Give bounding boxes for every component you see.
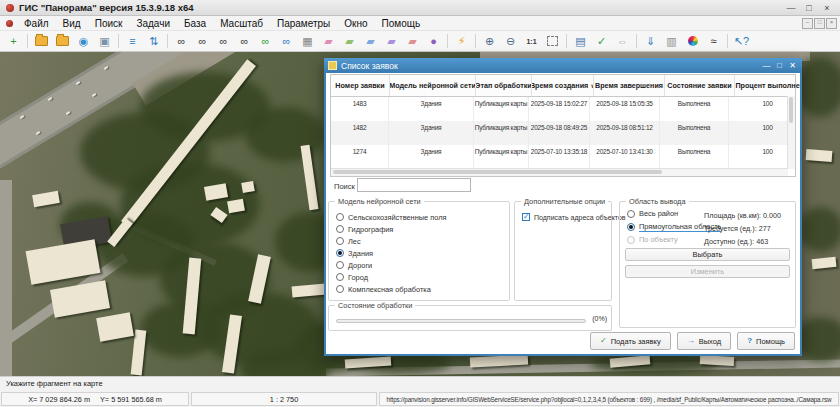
find-object-button[interactable]: ∞ <box>171 33 192 50</box>
find-web-button[interactable]: ∞ <box>276 33 297 50</box>
geoportal-button[interactable]: ◉ <box>73 33 94 50</box>
sphere-button[interactable]: ● <box>423 33 444 50</box>
panorama-button[interactable]: ≈ <box>703 33 724 50</box>
button-label: Выход <box>699 337 721 346</box>
map-sheet-red-button[interactable]: ▰ <box>402 33 423 50</box>
button-check[interactable]: ✓Подать заявку <box>590 332 671 350</box>
table-header-cell[interactable]: Время создания∨ <box>532 75 594 96</box>
zoom-out-button[interactable]: ⊖ <box>500 33 521 50</box>
menu-item-8[interactable]: Окно <box>337 18 374 29</box>
sign-addresses-checkbox-row[interactable]: Подписать адреса объектов <box>515 211 611 223</box>
radio-selected-option[interactable]: Здания <box>329 247 509 259</box>
table-header-cell[interactable]: Время завершения <box>594 75 665 96</box>
toolbar-separator <box>27 34 28 48</box>
radio-icon[interactable] <box>627 223 635 231</box>
radio-icon[interactable] <box>336 273 344 281</box>
dialog-maximize-button[interactable]: □ <box>773 61 786 70</box>
menu-item-3[interactable]: Поиск <box>88 18 130 29</box>
apply-button[interactable]: ✓ <box>591 33 612 50</box>
dock-button[interactable]: ⇓ <box>640 33 661 50</box>
dialog-titlebar[interactable]: Список заявок —□✕ <box>324 58 802 73</box>
select-area-button[interactable]: Выбрать <box>625 248 790 261</box>
table-row[interactable]: 1482ЗданияПубликация карты2025-09-18 08:… <box>331 121 795 145</box>
table-header-cell[interactable]: Номер заявки <box>331 75 390 96</box>
coordinate-x: X= 7 029 864.26 m <box>28 395 90 404</box>
table-header-cell[interactable]: Состояние заявки <box>665 75 735 96</box>
clipboard-button[interactable]: ▥ <box>661 33 682 50</box>
radio-icon[interactable] <box>336 249 344 257</box>
find-area-button[interactable]: ∞ <box>192 33 213 50</box>
menu-item-1[interactable]: Файл <box>17 18 56 29</box>
checkbox-checked-icon[interactable] <box>522 213 530 221</box>
copy-map-button[interactable]: ▣ <box>94 33 115 50</box>
scale-1-1-button[interactable]: 1:1 <box>521 33 542 50</box>
table-header-cell[interactable]: Процент выполнения <box>735 75 800 96</box>
menu-item-9[interactable]: Помощь <box>375 18 428 29</box>
child-restore-button[interactable]: □ <box>814 18 825 29</box>
open-database-button[interactable] <box>52 33 73 50</box>
button-arrow[interactable]: →Выход <box>677 332 731 350</box>
maximize-button[interactable]: □ <box>800 1 818 14</box>
radio-option[interactable]: Дороги <box>329 259 509 271</box>
child-close-button[interactable]: × <box>826 18 837 29</box>
map-sheet-pink-button[interactable]: ▰ <box>318 33 339 50</box>
resize-button[interactable]: ⇔ <box>612 33 633 50</box>
table-horizontal-scrollbar[interactable] <box>331 168 788 176</box>
search-input[interactable] <box>357 178 471 192</box>
find-settings-button[interactable]: ∞ <box>255 33 276 50</box>
minimize-button[interactable]: — <box>782 1 800 14</box>
radio-option[interactable]: Город <box>329 271 509 283</box>
radio-option[interactable]: Гидрография <box>329 223 509 235</box>
data-grid-button[interactable]: ▦ <box>297 33 318 50</box>
zoom-in-button[interactable]: ⊕ <box>479 33 500 50</box>
statusbar-scale[interactable]: 1 : 2 750 <box>191 392 377 406</box>
check-icon: ✓ <box>600 337 607 345</box>
table-vertical-scrollbar[interactable] <box>787 96 795 169</box>
object-list-button[interactable]: ⇅ <box>143 33 164 50</box>
table-header-cell[interactable]: Модель нейронной сети <box>390 75 476 96</box>
panel-button[interactable]: ▤ <box>570 33 591 50</box>
map-sheet-blue-button[interactable]: ▰ <box>360 33 381 50</box>
radio-icon[interactable] <box>336 213 344 221</box>
radio-option[interactable]: Лес <box>329 235 509 247</box>
frame-select-button[interactable] <box>542 33 563 50</box>
radio-icon[interactable] <box>336 237 344 245</box>
map-building <box>812 257 837 269</box>
color-wheel-button[interactable] <box>682 33 703 50</box>
menu-item-2[interactable]: Вид <box>56 18 88 29</box>
open-map-button[interactable] <box>31 33 52 50</box>
menu-item-5[interactable]: База <box>177 18 213 29</box>
table-row[interactable]: 1483ЗданияПубликация карты2025-09-18 15:… <box>331 97 795 121</box>
map-building <box>806 149 833 162</box>
run-task-button[interactable]: ⚡ <box>451 33 472 50</box>
radio-option[interactable]: Сельскохозяйственные поля <box>329 211 509 223</box>
button-question[interactable]: ?Помощь <box>737 332 795 350</box>
new-map-button[interactable]: + <box>3 33 24 50</box>
scale-1-1-icon: 1:1 <box>526 38 536 45</box>
table-cell: 1483 <box>331 97 389 121</box>
map-sheet-red-icon: ▰ <box>408 36 416 47</box>
find-line-button[interactable]: ∞ <box>213 33 234 50</box>
layers-button[interactable]: ≡ <box>122 33 143 50</box>
dialog-close-button[interactable]: ✕ <box>786 61 799 70</box>
radio-label: По объекту <box>639 235 678 244</box>
find-point-button[interactable]: ∞ <box>234 33 255 50</box>
radio-icon[interactable] <box>336 225 344 233</box>
radio-icon[interactable] <box>627 236 635 244</box>
radio-icon[interactable] <box>336 285 344 293</box>
pointer-help-button[interactable]: ↖? <box>731 33 752 50</box>
close-button[interactable]: × <box>818 1 836 14</box>
table-header-cell[interactable]: Этап обработки <box>476 75 532 96</box>
radio-option[interactable]: Комплексная обработка <box>329 283 509 295</box>
map-sheet-violet-button[interactable]: ▰ <box>381 33 402 50</box>
table-row[interactable]: 1274ЗданияПубликация карты2025-07-10 13:… <box>331 145 795 169</box>
child-minimize-button[interactable]: – <box>802 18 813 29</box>
menu-item-4[interactable]: Задачи <box>129 18 177 29</box>
table-cell: Выполнена <box>660 145 729 169</box>
radio-icon[interactable] <box>627 210 635 218</box>
dialog-minimize-button[interactable]: — <box>760 61 773 70</box>
map-sheet-green-button[interactable]: ▰ <box>339 33 360 50</box>
radio-icon[interactable] <box>336 261 344 269</box>
menu-item-6[interactable]: Масштаб <box>213 18 270 29</box>
menu-item-7[interactable]: Параметры <box>270 18 337 29</box>
